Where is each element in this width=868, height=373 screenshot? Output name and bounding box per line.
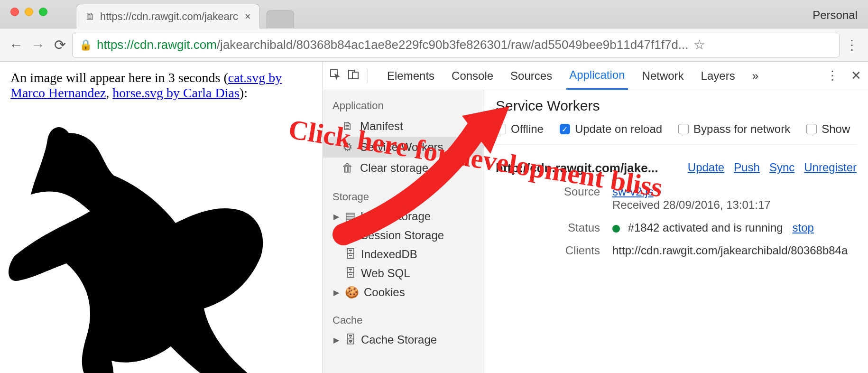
sw-check-show[interactable]: Show — [806, 122, 850, 136]
url-path: /jakearchibald/80368b84ac1ae8e229fc90b3f… — [217, 37, 689, 52]
sidebar-item-indexeddb[interactable]: ▶🗄IndexedDB — [323, 245, 484, 264]
close-tab-button[interactable]: × — [245, 10, 251, 23]
traffic-lights — [0, 0, 47, 16]
zoom-window-button[interactable] — [39, 8, 47, 16]
sidebar-head-storage: Storage — [323, 187, 484, 207]
sw-action-sync[interactable]: Sync — [769, 161, 794, 174]
tab-sources[interactable]: Sources — [508, 63, 555, 89]
sw-action-push[interactable]: Push — [734, 161, 760, 174]
devtools-menu-icon[interactable]: ⋮ — [826, 68, 839, 83]
url-host: ://cdn.rawgit.com — [123, 37, 217, 52]
sw-clients-label: Clients — [553, 244, 600, 257]
sw-source-label: Source — [553, 185, 600, 198]
tab-title: https://cdn.rawgit.com/jakearc — [100, 10, 238, 23]
bookmark-star-icon[interactable]: ☆ — [693, 37, 705, 53]
sw-check-bypass[interactable]: Bypass for network — [678, 122, 790, 136]
sw-stop-link[interactable]: stop — [793, 221, 814, 234]
minimize-window-button[interactable] — [25, 8, 33, 16]
trash-icon: 🗑 — [342, 161, 353, 175]
tab-application[interactable]: Application — [566, 62, 628, 90]
new-tab-button[interactable] — [267, 10, 294, 28]
link-horse[interactable]: horse.svg by Carla Dias — [112, 85, 240, 100]
inspect-element-icon[interactable] — [330, 69, 341, 83]
tab-layers[interactable]: Layers — [698, 63, 738, 89]
url-scheme: https — [97, 37, 123, 52]
lock-icon: 🔒 — [79, 39, 92, 51]
rendered-page: An image will appear here in 3 seconds (… — [0, 62, 323, 373]
sidebar-item-manifest[interactable]: 🗎 Manifest — [323, 116, 484, 137]
sidebar-item-clear-storage[interactable]: 🗑 Clear storage — [323, 158, 484, 178]
sidebar-item-cache-storage[interactable]: ▶🗄Cache Storage — [323, 330, 484, 349]
browser-toolbar: ← → ⟳ 🔒 https ://cdn.rawgit.com /jakearc… — [0, 28, 868, 62]
sw-status-label: Status — [553, 221, 600, 234]
sidebar-head-application: Application — [323, 96, 484, 116]
sw-check-update-on-reload[interactable]: ✓Update on reload — [560, 122, 662, 136]
tab-console[interactable]: Console — [449, 63, 496, 89]
device-toolbar-icon[interactable] — [348, 69, 359, 83]
sw-clients-text: http://cdn.rawgit.com/jakearchibald/8036… — [612, 244, 848, 257]
application-sidebar: Application 🗎 Manifest ⚙ Service Workers… — [323, 90, 484, 373]
sidebar-item-session-storage[interactable]: ▶▤Session Storage — [323, 226, 484, 245]
sw-check-offline[interactable]: Offline — [496, 122, 544, 136]
page-icon: 🗎 — [85, 10, 95, 23]
sidebar-item-cookies[interactable]: ▶🍪Cookies — [323, 283, 484, 302]
svg-rect-2 — [352, 72, 358, 79]
horse-image — [5, 114, 270, 373]
sw-source-link[interactable]: sw-v2.js — [612, 185, 654, 198]
sidebar-item-local-storage[interactable]: ▶▤Local Storage — [323, 207, 484, 226]
sidebar-item-service-workers[interactable]: ⚙ Service Workers — [323, 137, 484, 158]
tab-elements[interactable]: Elements — [384, 63, 437, 89]
sw-options: Offline ✓Update on reload Bypass for net… — [496, 122, 857, 145]
status-dot-icon — [612, 225, 620, 233]
devtools-panel: Elements Console Sources Application Net… — [323, 62, 868, 373]
tab-network[interactable]: Network — [639, 63, 687, 89]
manifest-icon: 🗎 — [342, 120, 353, 133]
address-bar[interactable]: 🔒 https ://cdn.rawgit.com /jakearchibald… — [72, 33, 840, 57]
sw-action-update[interactable]: Update — [688, 161, 724, 174]
profile-label[interactable]: Personal — [813, 9, 858, 22]
sw-received: Received 28/09/2016, 13:01:17 — [612, 198, 771, 211]
service-workers-panel: Service Workers Offline ✓Update on reloa… — [484, 90, 868, 373]
sw-origin: http://cdn.rawgit.com/jake... — [496, 161, 658, 176]
sw-title: Service Workers — [496, 98, 857, 114]
back-button[interactable]: ← — [7, 37, 26, 53]
browser-menu-button[interactable]: ⋮ — [842, 37, 861, 53]
devtools-inspect-tools — [330, 69, 368, 83]
devtools-tabbar: Elements Console Sources Application Net… — [323, 62, 868, 90]
reload-button[interactable]: ⟳ — [50, 37, 69, 53]
browser-tab[interactable]: 🗎 https://cdn.rawgit.com/jakearc × — [76, 4, 260, 28]
gear-icon: ⚙ — [342, 140, 353, 154]
sw-status-text: #1842 activated and is running — [628, 221, 783, 234]
forward-button[interactable]: → — [28, 37, 47, 53]
window-titlebar: 🗎 https://cdn.rawgit.com/jakearc × Perso… — [0, 0, 868, 28]
tab-overflow[interactable]: » — [749, 63, 761, 89]
page-text: An image will appear here in 3 seconds (… — [10, 70, 312, 101]
content-area: An image will appear here in 3 seconds (… — [0, 62, 868, 373]
close-window-button[interactable] — [10, 8, 19, 16]
sw-action-unregister[interactable]: Unregister — [804, 161, 857, 174]
sidebar-item-websql[interactable]: ▶🗄Web SQL — [323, 264, 484, 283]
sidebar-head-cache: Cache — [323, 310, 484, 330]
devtools-close-icon[interactable]: ✕ — [851, 68, 861, 83]
